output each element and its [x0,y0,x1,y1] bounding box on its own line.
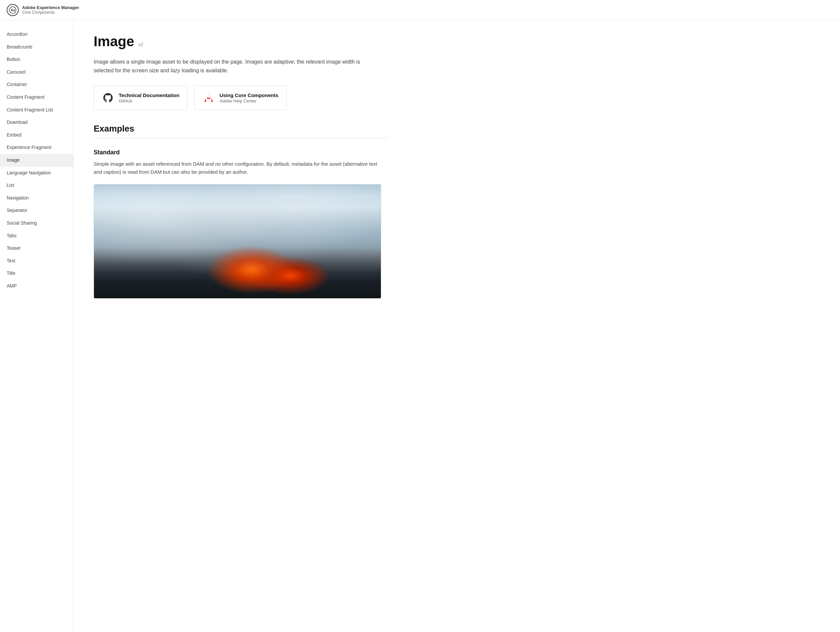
sidebar-item-navigation[interactable]: Navigation [0,192,73,204]
sidebar-item-social-sharing[interactable]: Social Sharing [0,217,73,230]
page-title-row: Image v2 [94,33,388,49]
page-title: Image [94,33,134,49]
svg-rect-4 [207,98,210,99]
sidebar-item-tabs[interactable]: Tabs [0,230,73,242]
sidebar-item-amp[interactable]: AMP [0,280,73,293]
sidebar-item-content-fragment-list[interactable]: Content Fragment List [0,104,73,117]
sidebar-item-content-fragment[interactable]: Content Fragment [0,91,73,104]
standard-description: Simple image with an asset referenced fr… [94,160,381,176]
link-cards: Technical Documentation GitHub Using Cor… [94,86,388,110]
page-description: Image allows a single image asset to be … [94,58,381,74]
main-content: Image v2 Image allows a single image ass… [74,20,408,312]
adobe-icon [203,92,215,104]
technical-doc-subtitle: GitHub [119,98,179,103]
sidebar: Accordion Breadcrumb Button Carousel Con… [0,20,74,632]
sidebar-item-accordion[interactable]: Accordion [0,28,73,41]
sidebar-item-embed[interactable]: Embed [0,129,73,142]
image-preview-box [94,184,381,299]
header-app-subtitle: Core Components [22,10,79,15]
using-core-subtitle: Adobe Help Center [219,98,278,103]
svg-text:Ae: Ae [11,8,16,12]
header-app-title: Adobe Experience Manager [22,5,79,10]
version-badge: v2 [138,42,143,47]
sidebar-item-list[interactable]: List [0,179,73,192]
header-title-group: Adobe Experience Manager Core Components [22,5,79,15]
sidebar-item-image[interactable]: Image [0,154,73,167]
technical-documentation-card[interactable]: Technical Documentation GitHub [94,86,188,110]
sidebar-item-title[interactable]: Title [0,267,73,280]
sidebar-item-download[interactable]: Download [0,116,73,129]
sidebar-item-language-navigation[interactable]: Language Navigation [0,167,73,179]
logo-icon: Ae [7,4,19,16]
technical-doc-title: Technical Documentation [119,92,179,99]
sidebar-item-container[interactable]: Container [0,78,73,91]
sidebar-item-button[interactable]: Button [0,53,73,66]
header: Ae Adobe Experience Manager Core Compone… [0,0,840,20]
layout: Accordion Breadcrumb Button Carousel Con… [0,20,840,312]
using-core-text: Using Core Components Adobe Help Center [219,92,278,104]
technical-doc-text: Technical Documentation GitHub [119,92,179,104]
sidebar-item-text[interactable]: Text [0,255,73,268]
examples-divider [94,138,388,138]
sidebar-item-separator[interactable]: Separator [0,204,73,217]
volcano-image [94,184,381,298]
header-logo[interactable]: Ae Adobe Experience Manager Core Compone… [7,4,79,16]
sidebar-item-carousel[interactable]: Carousel [0,66,73,79]
standard-heading: Standard [94,149,388,156]
sidebar-item-teaser[interactable]: Teaser [0,242,73,255]
github-icon [102,92,114,104]
using-core-title: Using Core Components [219,92,278,99]
examples-heading: Examples [94,124,388,134]
using-core-components-card[interactable]: Using Core Components Adobe Help Center [194,86,287,110]
sidebar-item-experience-fragment[interactable]: Experience Fragment [0,141,73,154]
sidebar-item-breadcrumb[interactable]: Breadcrumb [0,41,73,54]
